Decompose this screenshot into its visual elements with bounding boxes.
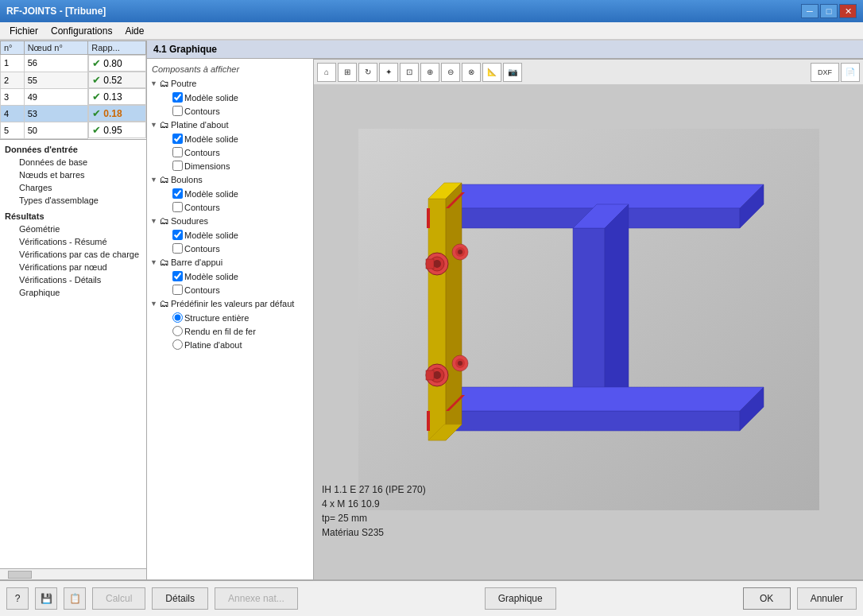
ok-button[interactable]: OK [743,587,791,610]
tree-node-platine-dimensions[interactable]: Dimensions [147,159,313,172]
tree-node-platine-modele[interactable]: Modèle solide [147,132,313,145]
bottom-icon-btn1[interactable]: ? [6,587,29,610]
ratio-value: 0.95 [103,125,122,136]
label-platine-dimensions: Dimensions [184,161,230,171]
cb-barre-appui-modele[interactable] [172,271,183,281]
tree-node-soudures[interactable]: ▼ 🗂 Soudures [147,214,313,228]
close-button[interactable]: ✕ [839,4,857,18]
maximize-button[interactable]: □ [820,4,838,18]
tree-folder-soudures: 🗂 [160,215,169,227]
tree-node-soudures-contours[interactable]: Contours [147,242,313,255]
cancel-button[interactable]: Annuler [797,587,857,610]
tree-node-predef-structure[interactable]: Structure entière [147,311,313,324]
cb-platine-modele[interactable] [172,134,183,144]
tree-node-poutre-contours[interactable]: Contours [147,104,313,118]
minimize-button[interactable]: ─ [801,4,818,18]
cb-poutre-contours[interactable] [172,106,183,116]
label-barre-appui-contours: Contours [184,285,220,295]
main-container: n° Nœud n° Rapp... 1 56 ✔ 0.80 2 55 ✔ 0.… [0,40,863,579]
tree-node-boulons[interactable]: ▼ 🗂 Boulons [147,172,313,187]
check-icon: ✔ [92,91,101,103]
tree-node-boulons-modele[interactable]: Modèle solide [147,187,313,200]
label-platine-contours: Contours [184,148,220,157]
tree-node-poutre[interactable]: ▼ 🗂 Poutre [147,76,313,91]
table-row[interactable]: 4 53 ✔ 0.18 [1,105,146,122]
nav-noeuds-barres[interactable]: Nœuds et barres [0,169,146,181]
cell-node: 49 [24,88,88,105]
nav-verif-noeud[interactable]: Vérifications par nœud [0,261,146,273]
ratio-value: 0.52 [103,75,122,86]
tree-node-barre-appui[interactable]: ▼ 🗂 Barre d'appui [147,255,313,269]
tree-node-platine-contours[interactable]: Contours [147,145,313,159]
bottom-icon-btn3[interactable]: 📋 [64,587,86,610]
radio-structure-entiere[interactable] [172,312,183,323]
tree-node-platine[interactable]: ▼ 🗂 Platine d'about [147,118,313,132]
check-icon: ✔ [92,124,101,136]
tree-label-boulons: Boulons [171,175,203,184]
label-platine-modele: Modèle solide [184,134,238,144]
cb-barre-appui-contours[interactable] [172,285,183,295]
nav-charges[interactable]: Charges [0,181,146,194]
menu-configurations[interactable]: Configurations [45,24,118,38]
svg-marker-12 [446,183,462,440]
nav-section-input: Données d'entrée [0,143,146,156]
left-scrollbar[interactable] [0,568,146,579]
tree-folder-poutre: 🗂 [160,78,169,89]
nav-verif-resume[interactable]: Vérifications - Résumé [0,235,146,248]
details-button[interactable]: Détails [152,587,208,610]
results-table: n° Nœud n° Rapp... 1 56 ✔ 0.80 2 55 ✔ 0.… [0,41,146,139]
label-rendu-fil-fer: Rendu en fil de fer [184,327,256,336]
nav-donnees-base[interactable]: Données de base [0,156,146,169]
label-barre-appui-modele: Modèle solide [184,272,238,281]
label-poutre-contours: Contours [184,107,220,116]
tree-node-poutre-modele[interactable]: Modèle solide [147,91,313,104]
cb-boulons-modele[interactable] [172,188,183,199]
svg-rect-21 [426,259,434,269]
tree-folder-barre-appui: 🗂 [160,257,169,268]
svg-point-28 [458,250,462,254]
tree-node-predef[interactable]: ▼ 🗂 Prédéfinir les valeurs par défaut [147,296,313,311]
table-row[interactable]: 2 55 ✔ 0.52 [1,72,146,88]
cb-soudures-contours[interactable] [172,243,183,254]
col-header-id: n° [1,41,25,55]
check-icon: ✔ [92,107,101,119]
window-title: RF-JOINTS - [Tribune] [6,6,106,17]
nav-verif-details[interactable]: Vérifications - Détails [0,273,146,286]
cb-platine-dimensions[interactable] [172,161,183,171]
tree-node-soudures-modele[interactable]: Modèle solide [147,228,313,242]
cb-platine-contours[interactable] [172,147,183,157]
tree-node-barre-appui-contours[interactable]: Contours [147,283,313,296]
label-boulons-contours: Contours [184,203,220,212]
nav-verif-cas[interactable]: Vérifications par cas de charge [0,248,146,261]
table-row[interactable]: 3 49 ✔ 0.13 [1,88,146,105]
cb-boulons-contours[interactable] [172,202,183,212]
annexe-button[interactable]: Annexe nat... [215,587,298,610]
radio-platine-about[interactable] [172,339,183,350]
col-header-node: Nœud n° [24,41,88,55]
svg-rect-25 [426,370,434,380]
nav-graphique[interactable]: Graphique [0,286,146,299]
tree-node-predef-fil[interactable]: Rendu en fil de fer [147,324,313,338]
nav-area: Données d'entrée Données de base Nœuds e… [0,140,146,569]
bottom-icon-btn2[interactable]: 💾 [35,587,57,610]
tree-node-predef-platine[interactable]: Platine d'about [147,338,313,351]
menu-fichier[interactable]: Fichier [3,24,45,38]
tree-node-barre-appui-modele[interactable]: Modèle solide [147,269,313,283]
cb-soudures-modele[interactable] [172,230,183,240]
cell-ratio: ✔ 0.95 [88,122,145,138]
tree-node-boulons-contours[interactable]: Contours [147,200,313,214]
calc-button[interactable]: Calcul [92,587,145,610]
bottom-bar: ? 💾 📋 Calcul Détails Annexe nat... Graph… [0,579,863,616]
graphique-button[interactable]: Graphique [485,587,556,610]
expand-icon-barre-appui: ▼ [150,258,158,266]
table-row[interactable]: 1 56 ✔ 0.80 [1,55,146,72]
nav-types-assemblage[interactable]: Types d'assemblage [0,194,146,207]
nav-geometrie[interactable]: Géométrie [0,223,146,235]
svg-rect-10 [428,199,446,440]
cb-poutre-modele[interactable] [172,92,183,103]
tree-label-soudures: Soudures [171,216,208,226]
radio-rendu-fil-fer[interactable] [172,326,183,336]
menu-aide[interactable]: Aide [118,24,150,38]
ratio-value: 0.18 [103,108,122,119]
table-row[interactable]: 5 50 ✔ 0.95 [1,122,146,138]
